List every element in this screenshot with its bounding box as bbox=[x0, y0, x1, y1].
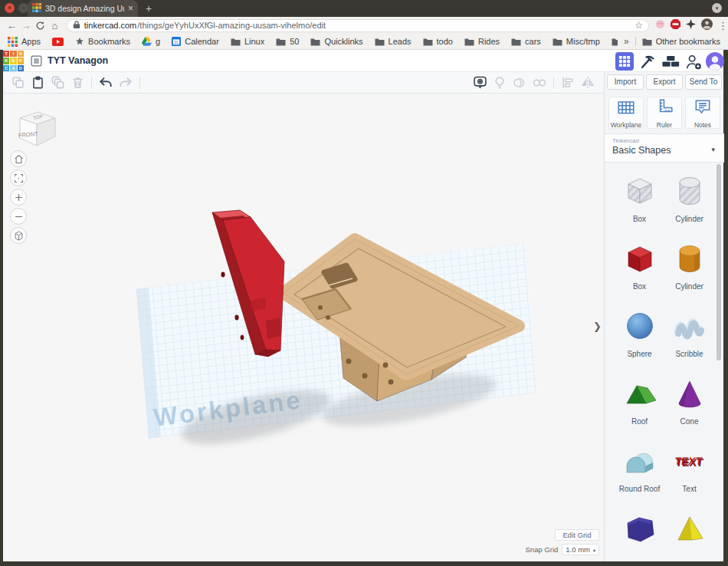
paste-button[interactable] bbox=[28, 74, 48, 91]
bookmark-item[interactable]: gov bbox=[612, 37, 618, 46]
lightbulb-button[interactable] bbox=[490, 74, 510, 91]
extension-adblock-icon[interactable] bbox=[671, 18, 680, 32]
calendar-icon: 31 bbox=[172, 37, 181, 46]
address-bar[interactable]: tinkercad.com /things/geYyhUxXfGl-amazin… bbox=[67, 19, 649, 32]
shape-grid: Box Cylinder Box Cylinder Sphere Scribbl… bbox=[605, 163, 720, 561]
account-avatar[interactable] bbox=[706, 52, 724, 71]
bookmark-item[interactable]: 31 Calendar bbox=[172, 37, 219, 46]
import-button[interactable]: Import bbox=[607, 74, 644, 90]
shape-item[interactable]: Cone bbox=[665, 376, 713, 425]
bookmark-item[interactable]: Rides bbox=[464, 37, 500, 46]
tinkercad-logo[interactable]: TINKERCAD bbox=[3, 51, 24, 71]
bookmark-item[interactable]: Leads bbox=[375, 37, 412, 46]
home-button[interactable]: ⌂ bbox=[48, 20, 62, 31]
bookmark-label: todo bbox=[437, 37, 453, 46]
bookmark-item[interactable]: Misc/tmp bbox=[553, 37, 600, 46]
browser-tab[interactable]: 3D design Amazing Uusam × bbox=[28, 0, 138, 17]
shape-item[interactable]: Box bbox=[615, 241, 664, 290]
folder-icon bbox=[553, 38, 562, 46]
tab-search-button[interactable]: ▾ bbox=[712, 3, 722, 13]
fit-button[interactable] bbox=[10, 169, 27, 186]
shape-item[interactable]: TEXTTEXT Text bbox=[665, 443, 713, 492]
scribble-icon bbox=[672, 308, 707, 347]
panel-scrollbar[interactable] bbox=[717, 164, 721, 360]
tool-button[interactable]: Ruler bbox=[647, 97, 682, 129]
bricks-view-button[interactable] bbox=[661, 52, 680, 71]
folder-icon bbox=[464, 38, 474, 46]
duplicate-button[interactable] bbox=[48, 74, 67, 91]
send-to-button[interactable]: Send To bbox=[685, 74, 722, 90]
folder-icon bbox=[423, 38, 433, 46]
panel-collapse-handle[interactable]: ❯ bbox=[593, 321, 602, 332]
window-close-button[interactable]: × bbox=[5, 3, 15, 13]
shape-item[interactable]: Scribble bbox=[665, 308, 713, 357]
tool-button[interactable]: Notes bbox=[685, 97, 720, 129]
view-cube[interactable]: TOP FRONT bbox=[9, 98, 64, 152]
extension-pink-icon[interactable] bbox=[655, 18, 665, 32]
folder-icon bbox=[375, 38, 385, 46]
share-invite-button[interactable] bbox=[684, 52, 703, 71]
divider bbox=[91, 77, 92, 89]
back-button[interactable]: ← bbox=[5, 20, 19, 31]
canvas-scene[interactable]: Workplane bbox=[3, 94, 604, 561]
ruler-icon bbox=[654, 97, 674, 120]
tool-button[interactable]: Workplane bbox=[608, 97, 644, 129]
other-bookmarks-button[interactable]: Other bookmarks bbox=[642, 37, 720, 46]
ungroup-button[interactable] bbox=[530, 74, 549, 91]
shape-item[interactable] bbox=[615, 511, 664, 560]
blocks-view-button[interactable] bbox=[615, 52, 634, 71]
bookmark-label: 50 bbox=[290, 37, 299, 46]
zoom-out-button[interactable] bbox=[10, 208, 27, 225]
show-all-button[interactable] bbox=[470, 74, 490, 91]
bookmark-star-button[interactable]: ☆ bbox=[635, 20, 643, 31]
copy-button[interactable] bbox=[8, 74, 28, 91]
shape-item[interactable]: Cylinder bbox=[665, 173, 713, 222]
redo-button[interactable] bbox=[116, 74, 136, 91]
browser-menu-button[interactable]: ⋮ bbox=[718, 20, 728, 31]
bookmark-item[interactable]: Quicklinks bbox=[310, 37, 362, 46]
bookmarks-bar: Apps Bookmarks g 31 Calendar Linux bbox=[0, 34, 728, 50]
design-title[interactable]: TYT Vanagon bbox=[48, 55, 108, 66]
shape-library-dropdown[interactable]: Tinkercad Basic Shapes ▾ bbox=[605, 133, 724, 163]
reload-button[interactable] bbox=[33, 20, 48, 31]
shape-item[interactable]: Sphere bbox=[615, 308, 664, 357]
shape-item[interactable]: Cylinder bbox=[665, 241, 713, 290]
bookmark-item[interactable]: Apps bbox=[8, 37, 41, 47]
snap-grid-select[interactable]: 1.0 mm ▴ bbox=[562, 544, 599, 555]
new-tab-button[interactable]: + bbox=[143, 2, 155, 15]
delete-button[interactable] bbox=[67, 74, 87, 91]
undo-button[interactable] bbox=[96, 74, 116, 91]
align-button[interactable] bbox=[558, 74, 578, 91]
perspective-button[interactable] bbox=[10, 227, 27, 244]
drive-icon bbox=[142, 37, 152, 46]
viewport[interactable]: Workplane bbox=[3, 94, 604, 561]
home-button[interactable] bbox=[10, 150, 27, 167]
mirror-button[interactable] bbox=[578, 74, 598, 91]
zoom-in-button[interactable] bbox=[10, 189, 27, 206]
bookmark-item[interactable]: cars bbox=[511, 37, 541, 46]
minecraft-export-button[interactable] bbox=[638, 52, 657, 71]
tab-close-icon[interactable]: × bbox=[128, 5, 133, 12]
extension-dark-icon[interactable] bbox=[686, 18, 696, 32]
shape-item[interactable] bbox=[665, 511, 713, 560]
export-button[interactable]: Export bbox=[646, 74, 683, 90]
shape-item[interactable]: Round Roof bbox=[615, 443, 664, 492]
bookmark-item[interactable] bbox=[52, 38, 64, 46]
browser-profile-avatar[interactable] bbox=[701, 18, 713, 33]
shape-item[interactable]: Box bbox=[615, 173, 664, 222]
notes-icon bbox=[693, 97, 713, 120]
polygon-icon bbox=[622, 511, 657, 549]
bookmark-item[interactable]: Linux bbox=[231, 37, 264, 46]
bookmark-item[interactable]: todo bbox=[423, 37, 453, 46]
bookmark-item[interactable]: g bbox=[142, 37, 160, 46]
group-button[interactable] bbox=[510, 74, 530, 91]
edit-grid-button[interactable]: Edit Grid bbox=[555, 529, 599, 541]
lock-icon bbox=[73, 18, 80, 32]
forward-button[interactable]: → bbox=[19, 20, 34, 31]
bookmark-item[interactable]: 50 bbox=[276, 37, 299, 46]
bookmarks-overflow-button[interactable]: » bbox=[624, 36, 629, 47]
shape-item[interactable]: Roof bbox=[615, 376, 664, 425]
bookmark-item[interactable]: Bookmarks bbox=[75, 37, 130, 46]
design-menu-button[interactable] bbox=[30, 54, 43, 71]
apps-icon bbox=[8, 37, 18, 47]
